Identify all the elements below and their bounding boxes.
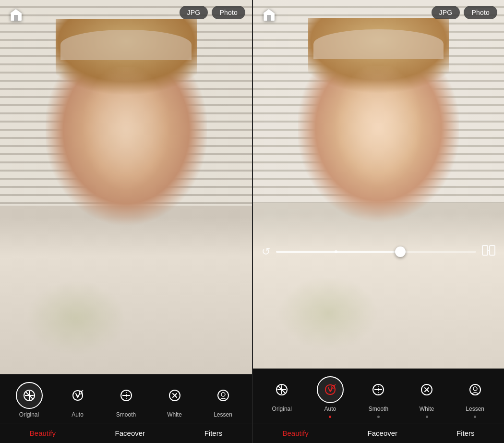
right-white-dot (426, 416, 428, 418)
svg-rect-13 (490, 246, 495, 255)
right-filter-white[interactable]: White (412, 376, 441, 418)
left-smooth-icon-wrap (113, 382, 140, 409)
right-nav-row: Beautify Faceover Fiters (253, 423, 504, 443)
right-slider-thumb[interactable] (395, 246, 406, 257)
left-home-button[interactable] (7, 6, 25, 24)
left-photo-area: JPG Photo (0, 0, 252, 374)
right-auto-label: Auto (324, 406, 336, 412)
right-original-icon-wrap (268, 376, 295, 403)
left-auto-icon-wrap (64, 382, 91, 409)
smooth-icon (119, 388, 134, 403)
compare-icon (482, 245, 495, 256)
right-smooth-dot (377, 416, 380, 418)
left-nav-fiters[interactable]: Fiters (200, 428, 228, 438)
left-filter-white[interactable]: White (160, 382, 189, 418)
lessen-icon (468, 382, 483, 397)
right-smooth-icon-wrap (365, 376, 392, 403)
right-compare-button[interactable] (482, 245, 495, 258)
svg-line-21 (334, 384, 336, 386)
right-white-label: White (420, 406, 434, 412)
home-icon (8, 7, 24, 23)
left-nav-row: Beautify Faceover Fiters (0, 423, 252, 443)
left-nav-beautify[interactable]: Beautify (25, 428, 60, 438)
auto-icon (70, 388, 85, 403)
left-jpg-button[interactable]: JPG (180, 6, 208, 19)
right-filter-auto[interactable]: Auto (316, 376, 345, 418)
right-lessen-label: Lessen (466, 406, 484, 412)
original-icon (22, 388, 37, 403)
lessen-icon (216, 388, 231, 403)
right-slider-reset[interactable]: ↺ (262, 246, 270, 258)
right-bottom-toolbar: Original Auto (253, 369, 504, 443)
right-slider-fill (276, 251, 400, 253)
left-top-buttons: JPG Photo (180, 6, 245, 19)
svg-point-26 (473, 387, 477, 391)
left-filter-lessen[interactable]: Lessen (209, 382, 238, 418)
right-jpg-button[interactable]: JPG (432, 6, 460, 19)
right-nav-beautify[interactable]: Beautify (277, 428, 313, 438)
left-smooth-label: Smooth (116, 411, 136, 418)
left-top-bar: JPG Photo (0, 0, 252, 30)
left-photo-button[interactable]: Photo (212, 6, 245, 19)
right-auto-dot (329, 416, 331, 418)
svg-rect-12 (482, 246, 488, 255)
right-lessen-icon-wrap (462, 376, 489, 403)
right-filter-lessen[interactable]: Lessen (461, 376, 490, 418)
right-top-bar: JPG Photo (253, 0, 504, 30)
right-filter-smooth[interactable]: Smooth (364, 376, 393, 418)
left-bottom-toolbar: Original Auto (0, 374, 252, 443)
right-top-buttons: JPG Photo (432, 6, 497, 19)
left-original-label: Original (19, 411, 39, 418)
right-panel: JPG Photo ↺ (252, 0, 504, 443)
right-filter-row: Original Auto (253, 373, 504, 420)
svg-point-25 (470, 384, 480, 395)
left-filter-row: Original Auto (0, 379, 252, 420)
left-filter-auto[interactable]: Auto (63, 382, 92, 418)
right-photo-button[interactable]: Photo (464, 6, 497, 19)
svg-line-6 (82, 390, 83, 392)
left-filter-smooth[interactable]: Smooth (112, 382, 141, 418)
right-photo-area: JPG Photo ↺ (253, 0, 504, 369)
right-original-label: Original (272, 406, 292, 412)
right-auto-icon-wrap (317, 376, 344, 403)
right-nav-fiters[interactable]: Fiters (452, 428, 480, 438)
white-icon (167, 388, 182, 403)
right-slider-track[interactable] (276, 251, 476, 253)
left-nav-faceover[interactable]: Faceover (110, 428, 150, 438)
left-lessen-label: Lessen (214, 411, 232, 418)
svg-point-11 (221, 393, 225, 396)
home-icon (261, 7, 276, 23)
right-slider-dot (335, 250, 337, 253)
right-lessen-dot (474, 416, 476, 418)
auto-icon-active (323, 382, 338, 397)
left-auto-label: Auto (72, 411, 84, 418)
right-home-button[interactable] (260, 6, 278, 24)
svg-point-10 (218, 390, 228, 401)
right-nav-faceover[interactable]: Faceover (363, 428, 403, 438)
left-original-icon-wrap (16, 382, 43, 409)
smooth-icon (371, 382, 386, 397)
left-filter-original[interactable]: Original (15, 382, 44, 418)
left-panel: JPG Photo Original (0, 0, 252, 443)
white-icon (419, 382, 434, 397)
left-white-icon-wrap (161, 382, 188, 409)
original-icon (274, 382, 289, 397)
right-smooth-label: Smooth (369, 406, 388, 412)
left-lessen-icon-wrap (210, 382, 237, 409)
left-white-label: White (167, 411, 182, 418)
right-white-icon-wrap (413, 376, 440, 403)
right-filter-original[interactable]: Original (267, 376, 296, 412)
right-slider-bar: ↺ (253, 245, 504, 258)
